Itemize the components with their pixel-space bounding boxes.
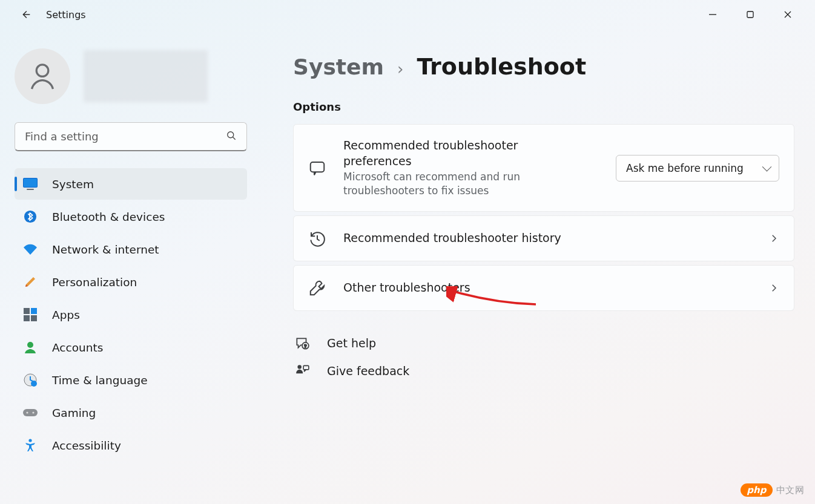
sidebar-item-gaming[interactable]: Gaming xyxy=(15,397,247,428)
link-label: Get help xyxy=(327,336,376,350)
svg-rect-13 xyxy=(24,315,30,321)
minimize-icon xyxy=(708,10,717,19)
svg-rect-26 xyxy=(303,365,309,370)
back-button[interactable] xyxy=(13,2,38,27)
sidebar-item-network[interactable]: Network & internet xyxy=(15,234,247,265)
svg-rect-12 xyxy=(31,308,37,314)
recommended-prefs-dropdown[interactable]: Ask me before running xyxy=(616,155,779,182)
sidebar-item-label: Time & language xyxy=(52,374,148,387)
app-title: Settings xyxy=(46,9,86,21)
bluetooth-icon xyxy=(22,208,39,225)
card-other-troubleshooters[interactable]: Other troubleshooters xyxy=(293,265,794,311)
svg-rect-14 xyxy=(31,315,37,321)
chevron-right-icon xyxy=(768,283,779,293)
sidebar-item-label: Gaming xyxy=(52,407,96,419)
sidebar-item-label: Accounts xyxy=(52,341,103,354)
paintbrush-icon xyxy=(22,273,39,290)
chevron-right-icon: › xyxy=(397,60,403,78)
search-input[interactable] xyxy=(15,122,247,151)
page-title: Troubleshoot xyxy=(417,53,586,80)
sidebar-item-apps[interactable]: Apps xyxy=(15,299,247,330)
dropdown-value: Ask me before running xyxy=(626,162,744,174)
sidebar-item-label: Bluetooth & devices xyxy=(52,211,165,223)
get-help-link[interactable]: ? Get help xyxy=(293,335,376,351)
close-button[interactable] xyxy=(769,2,807,27)
history-icon xyxy=(308,229,326,247)
minimize-button[interactable] xyxy=(694,2,731,27)
search-field[interactable] xyxy=(15,122,247,151)
watermark: php 中文网 xyxy=(741,483,804,497)
sidebar-item-system[interactable]: System xyxy=(15,168,247,200)
sidebar-item-label: System xyxy=(52,178,94,191)
give-feedback-link[interactable]: Give feedback xyxy=(293,363,409,379)
sidebar-item-label: Network & internet xyxy=(52,243,159,256)
svg-rect-9 xyxy=(27,189,34,190)
card-title: Other troubleshooters xyxy=(343,280,751,296)
help-links: ? Get help Give feedback xyxy=(293,335,794,379)
window-controls xyxy=(694,2,807,27)
sidebar-item-accounts[interactable]: Accounts xyxy=(15,332,247,363)
wifi-icon xyxy=(22,241,39,258)
section-label-options: Options xyxy=(293,100,794,113)
card-title: Recommended troubleshooter preferences xyxy=(343,138,525,169)
svg-text:?: ? xyxy=(304,344,306,349)
wrench-icon xyxy=(308,279,326,297)
sidebar-item-bluetooth[interactable]: Bluetooth & devices xyxy=(15,201,247,232)
chat-icon xyxy=(308,159,326,177)
sidebar: System Bluetooth & devices Network & int… xyxy=(0,29,262,504)
link-label: Give feedback xyxy=(327,364,409,378)
system-icon xyxy=(22,175,39,192)
clock-globe-icon xyxy=(22,371,39,388)
sidebar-item-personalization[interactable]: Personalization xyxy=(15,266,247,298)
close-icon xyxy=(784,10,792,19)
svg-point-10 xyxy=(24,211,36,223)
svg-point-25 xyxy=(297,365,302,369)
sidebar-item-label: Apps xyxy=(52,309,80,321)
annotation-arrow xyxy=(446,286,537,310)
card-subtitle: Microsoft can recommend and run troubles… xyxy=(343,170,525,198)
primary-nav: System Bluetooth & devices Network & int… xyxy=(15,168,247,461)
accounts-icon xyxy=(22,339,39,356)
maximize-icon xyxy=(746,10,754,19)
svg-point-21 xyxy=(28,439,31,442)
apps-icon xyxy=(22,306,39,323)
svg-rect-1 xyxy=(747,11,753,18)
avatar xyxy=(15,48,70,104)
feedback-icon xyxy=(293,363,311,379)
svg-rect-8 xyxy=(24,178,37,187)
svg-rect-22 xyxy=(311,162,325,172)
svg-point-4 xyxy=(36,65,48,77)
title-bar: Settings xyxy=(0,0,815,29)
sidebar-item-label: Accessibility xyxy=(52,439,121,452)
breadcrumb-root[interactable]: System xyxy=(293,54,384,79)
sidebar-item-time-language[interactable]: Time & language xyxy=(15,364,247,396)
chevron-right-icon xyxy=(768,233,779,244)
svg-point-20 xyxy=(32,411,34,413)
svg-point-17 xyxy=(31,381,37,387)
sidebar-item-accessibility[interactable]: Accessibility xyxy=(15,430,247,461)
card-recommended-history[interactable]: Recommended troubleshooter history xyxy=(293,215,794,261)
account-block[interactable] xyxy=(15,48,247,104)
svg-point-15 xyxy=(27,342,33,348)
person-icon xyxy=(25,59,59,93)
sidebar-item-label: Personalization xyxy=(52,276,137,289)
watermark-text: 中文网 xyxy=(776,485,805,496)
account-info-redacted xyxy=(84,50,208,102)
svg-point-19 xyxy=(26,411,28,413)
breadcrumb: System › Troubleshoot xyxy=(293,53,794,80)
gamepad-icon xyxy=(22,404,39,421)
content-area: System › Troubleshoot Options Recommende… xyxy=(262,29,815,504)
card-recommended-preferences: Recommended troubleshooter preferences M… xyxy=(293,124,794,212)
svg-rect-11 xyxy=(24,308,30,314)
accessibility-icon xyxy=(22,437,39,454)
arrow-left-icon xyxy=(19,8,32,21)
card-title: Recommended troubleshooter history xyxy=(343,231,751,246)
watermark-badge: php xyxy=(741,483,772,497)
svg-rect-18 xyxy=(23,409,38,416)
maximize-button[interactable] xyxy=(731,2,769,27)
help-icon: ? xyxy=(293,335,311,351)
